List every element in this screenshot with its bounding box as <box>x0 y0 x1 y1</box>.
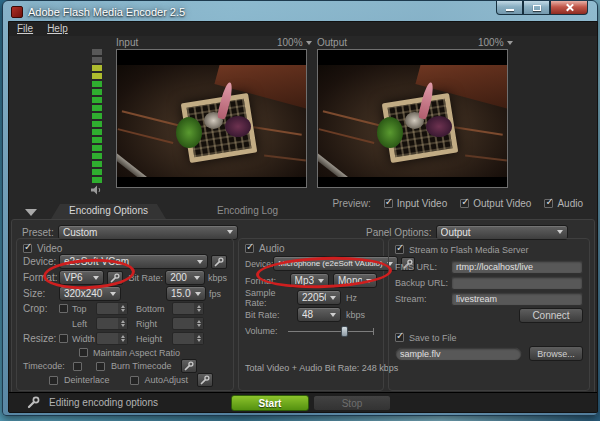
browse-button[interactable]: Browse... <box>529 346 583 361</box>
output-zoom-dropdown[interactable]: 100% <box>478 37 513 48</box>
timecode-checkbox[interactable] <box>73 362 82 371</box>
crop-bottom-label: Bottom <box>136 304 168 314</box>
maintain-aspect-ratio[interactable]: Maintain Aspect Ratio <box>23 346 227 359</box>
crop-left-stepper[interactable] <box>96 317 128 330</box>
tab-encoding-options[interactable]: Encoding Options <box>51 204 166 219</box>
output-video-preview <box>317 49 508 188</box>
audio-format-dropdown[interactable]: Mp3 <box>290 273 329 288</box>
close-button[interactable] <box>550 1 588 15</box>
maximize-button[interactable] <box>523 1 550 15</box>
status-wrench-icon <box>25 396 41 410</box>
crop-top-stepper[interactable] <box>96 302 128 315</box>
total-bitrate-text: Total Video + Audio Bit Rate: 248 kbps <box>245 363 398 373</box>
chevron-down-icon <box>330 296 336 303</box>
video-size-dropdown[interactable]: 320x240 <box>59 286 121 301</box>
connect-button[interactable]: Connect <box>519 308 583 323</box>
timecode-settings-button[interactable] <box>181 359 197 373</box>
timecode-label: Timecode: <box>23 361 67 371</box>
audio-bitrate-unit: kbps <box>346 310 365 320</box>
video-fps-dropdown[interactable]: 15.00 <box>166 286 206 301</box>
video-bitrate-dropdown[interactable]: 200 <box>165 270 205 285</box>
app-content: File Help Input 100% <box>8 21 598 413</box>
audio-device-dropdown[interactable]: Microphone (e2eSoft VAudio) <box>273 256 397 271</box>
video-bitrate-unit: kbps <box>208 273 227 283</box>
video-format-dropdown[interactable]: VP6 <box>59 270 105 285</box>
backup-url-label: Backup URL: <box>395 278 451 288</box>
tab-bar: Encoding Options Encoding Log <box>9 204 597 219</box>
resize-width-stepper[interactable] <box>96 332 128 345</box>
scene-rail <box>118 128 173 144</box>
scene-rail <box>465 155 507 162</box>
stop-button[interactable]: Stop <box>313 395 391 411</box>
output-file-input[interactable] <box>395 347 522 361</box>
fms-url-input[interactable] <box>451 260 583 274</box>
crop-label: Crop: <box>23 303 55 314</box>
scene-pipe <box>318 153 364 177</box>
chevron-down-icon <box>194 276 200 283</box>
video-bitrate-label: Bit Rate: <box>128 273 165 283</box>
chevron-down-icon <box>227 230 233 237</box>
scene-rail <box>121 110 184 127</box>
scene-rail <box>253 126 302 136</box>
start-button[interactable]: Start <box>231 395 309 411</box>
scene-pipe <box>117 153 163 177</box>
title-bar[interactable]: Adobe Flash Media Encoder 2.5 <box>6 1 594 20</box>
video-device-settings-button[interactable] <box>211 255 227 269</box>
slider-handle[interactable] <box>341 326 348 337</box>
scene-rail <box>264 155 306 162</box>
chevron-down-icon <box>93 276 99 283</box>
video-enable[interactable]: Video <box>23 242 227 254</box>
checkbox-icon <box>23 244 32 253</box>
resize-label: Resize: <box>23 333 55 344</box>
chevron-down-icon <box>197 260 203 267</box>
autoadjust-settings-button[interactable] <box>197 373 213 387</box>
resize-checkbox[interactable] <box>59 334 68 343</box>
input-preview-label: Input <box>116 37 138 48</box>
audio-samplerate-dropdown[interactable]: 22050 <box>297 290 341 305</box>
menu-file[interactable]: File <box>17 23 33 35</box>
autoadjust-label: AutoAdjust <box>145 375 189 385</box>
audio-enable[interactable]: Audio <box>245 242 377 255</box>
chevron-down-icon <box>306 41 312 48</box>
autoadjust-checkbox[interactable] <box>130 376 139 385</box>
checkbox-icon <box>245 244 254 253</box>
video-device-dropdown[interactable]: e2eSoft VCam <box>59 254 208 269</box>
stream-to-fms[interactable]: Stream to Flash Media Server <box>395 242 583 257</box>
encoding-options-panel: Preset: Custom Panel Options: Output Vid… <box>11 219 595 394</box>
window-title: Adobe Flash Media Encoder 2.5 <box>28 6 185 18</box>
backup-url-input[interactable] <box>451 276 583 290</box>
audio-level-meter <box>92 49 102 183</box>
burn-timecode-checkbox[interactable] <box>96 362 105 371</box>
meter-peak-segments <box>92 49 102 65</box>
audio-bitrate-label: Bit Rate: <box>245 310 297 320</box>
deinterlace-label: Deinterlace <box>64 375 110 385</box>
minimize-button[interactable] <box>496 1 523 15</box>
video-format-settings-button[interactable] <box>107 271 123 285</box>
input-zoom-dropdown[interactable]: 100% <box>277 37 312 48</box>
stream-name-input[interactable] <box>451 292 583 306</box>
save-to-file[interactable]: Save to File <box>395 330 583 345</box>
video-device-label: Device: <box>23 256 59 267</box>
volume-slider[interactable] <box>288 325 374 337</box>
crop-checkbox[interactable] <box>59 304 68 313</box>
scene-rail <box>454 126 503 136</box>
chevron-down-icon <box>507 41 513 48</box>
speaker-icon[interactable] <box>91 185 103 197</box>
crop-left-label: Left <box>72 319 92 329</box>
app-icon <box>11 6 23 18</box>
audio-bitrate-dropdown[interactable]: 48 <box>297 307 341 322</box>
menu-bar: File Help <box>9 22 597 36</box>
meter-mid-segments <box>92 65 102 81</box>
crop-right-stepper[interactable] <box>172 317 204 330</box>
crop-bottom-stepper[interactable] <box>172 302 204 315</box>
deinterlace-checkbox[interactable] <box>49 376 58 385</box>
resize-width-label: Width <box>72 334 92 344</box>
scene-figure-green <box>176 117 202 148</box>
menu-help[interactable]: Help <box>47 23 68 35</box>
checkbox-icon <box>395 333 404 342</box>
tab-encoding-log[interactable]: Encoding Log <box>199 204 296 219</box>
maximize-icon <box>533 5 541 11</box>
resize-height-stepper[interactable] <box>172 332 204 345</box>
audio-channels-dropdown[interactable]: Mono <box>333 273 377 288</box>
meter-green-segments <box>92 81 102 183</box>
